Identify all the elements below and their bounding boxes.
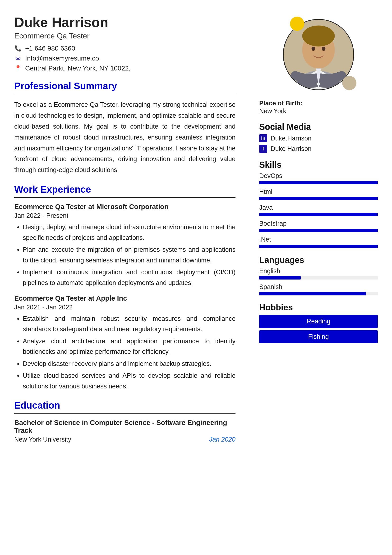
phone-value: +1 646 980 6360	[25, 45, 75, 52]
email-contact: ✉ Info@makemyresume.co	[14, 55, 235, 62]
phone-icon: 📞	[14, 45, 22, 52]
edu-date: Jan 2020	[209, 436, 235, 443]
skill-html: Html	[259, 188, 378, 200]
social-media-title: Social Media	[259, 122, 378, 132]
phone-contact: 📞 +1 646 980 6360	[14, 45, 235, 52]
photo-container	[281, 17, 356, 93]
candidate-name: Duke Harrison	[14, 14, 235, 30]
skill-java: Java	[259, 204, 378, 216]
place-of-birth-value: New York	[259, 108, 378, 115]
work-job-2: Ecommerce Qa Tester at Apple Inc Jan 202…	[14, 294, 235, 392]
lang-english-name: English	[259, 267, 378, 275]
skills-title: Skills	[259, 160, 378, 170]
svg-point-6	[322, 47, 326, 51]
job-1-bullet-3: Implement continuous integration and con…	[23, 267, 235, 288]
hobbies-title: Hobbies	[259, 303, 378, 313]
candidate-job-title: Ecommerce Qa Tester	[14, 32, 235, 40]
skill-dotnet-name: .Net	[259, 236, 378, 243]
language-spanish: Spanish	[259, 283, 378, 295]
place-of-birth-label: Place of Birth:	[259, 100, 378, 107]
skill-devops-name: DevOps	[259, 172, 378, 180]
skill-java-name: Java	[259, 204, 378, 212]
lang-spanish-bar	[259, 292, 378, 295]
lang-spanish-fill	[259, 292, 366, 295]
professional-summary-title: Professional Summary	[14, 81, 235, 91]
email-value: Info@makemyresume.co	[25, 55, 99, 62]
job-2-dates: Jan 2021 - Jan 2022	[14, 304, 235, 311]
job-2-bullets: Establish and maintain robust security m…	[23, 314, 235, 392]
languages-title: Languages	[259, 255, 378, 265]
skill-html-name: Html	[259, 188, 378, 196]
work-divider	[14, 197, 235, 198]
job-2-bullet-3: Develop disaster recovery plans and impl…	[23, 358, 235, 369]
skill-bootstrap-bar	[259, 229, 378, 232]
lang-english-fill	[259, 276, 301, 279]
resume-page: Duke Harrison Ecommerce Qa Tester 📞 +1 6…	[0, 0, 392, 555]
summary-divider	[14, 94, 235, 94]
hobby-fishing: Fishing	[259, 330, 378, 343]
lang-spanish-name: Spanish	[259, 283, 378, 291]
gray-dot-decoration	[342, 76, 356, 90]
edu-row: New York University Jan 2020	[14, 436, 235, 443]
job-2-bullet-1: Establish and maintain robust security m…	[23, 314, 235, 335]
skill-devops: DevOps	[259, 172, 378, 184]
education-divider	[14, 413, 235, 414]
location-contact: 📍 Central Parkt, New York, NY 10022,	[14, 65, 235, 72]
job-1-bullet-1: Design, deploy, and manage cloud infrast…	[23, 222, 235, 243]
skill-bootstrap-name: Bootstrap	[259, 220, 378, 227]
skill-devops-bar	[259, 181, 378, 184]
skill-html-bar	[259, 197, 378, 200]
linkedin-handle: Duke.Harrison	[271, 135, 312, 142]
edu-degree: Bachelor of Science in Computer Science …	[14, 419, 235, 434]
edu-school: New York University	[14, 436, 71, 443]
social-facebook: f Duke Harrison	[259, 145, 378, 153]
svg-point-5	[312, 47, 315, 51]
work-experience-title: Work Experience	[14, 184, 235, 195]
social-linkedin: in Duke.Harrison	[259, 134, 378, 142]
left-column: Duke Harrison Ecommerce Qa Tester 📞 +1 6…	[14, 14, 245, 541]
skill-java-bar	[259, 213, 378, 216]
skill-bootstrap: Bootstrap	[259, 220, 378, 232]
skill-dotnet: .Net	[259, 236, 378, 248]
right-column: Place of Birth: New York Social Media in…	[259, 14, 378, 541]
job-1-bullets: Design, deploy, and manage cloud infrast…	[23, 222, 235, 288]
job-1-bullet-2: Plan and execute the migration of on-pre…	[23, 244, 235, 265]
job-1-title: Ecommerce Qa Tester at Microsoft Corpora…	[14, 203, 235, 211]
job-2-bullet-4: Utilize cloud-based services and APIs to…	[23, 370, 235, 392]
hobby-reading: Reading	[259, 315, 378, 328]
location-icon: 📍	[14, 65, 22, 72]
work-job-1: Ecommerce Qa Tester at Microsoft Corpora…	[14, 203, 235, 288]
email-icon: ✉	[14, 55, 22, 62]
svg-point-4	[302, 26, 335, 46]
skill-dotnet-bar	[259, 245, 378, 248]
job-2-title: Ecommerce Qa Tester at Apple Inc	[14, 294, 235, 302]
facebook-handle: Duke Harrison	[271, 145, 312, 153]
contact-info: 📞 +1 646 980 6360 ✉ Info@makemyresume.co…	[14, 45, 235, 72]
job-2-bullet-2: Analyze cloud architecture and applicati…	[23, 336, 235, 357]
job-1-dates: Jan 2022 - Present	[14, 212, 235, 219]
education-title: Education	[14, 400, 235, 411]
lang-english-bar	[259, 276, 378, 279]
yellow-dot-decoration	[290, 17, 304, 31]
language-english: English	[259, 267, 378, 279]
summary-text: To excel as a Ecommerce Qa Tester, lever…	[14, 99, 235, 175]
place-of-birth-section: Place of Birth: New York	[259, 100, 378, 115]
location-value: Central Parkt, New York, NY 10022,	[25, 65, 131, 72]
linkedin-icon: in	[259, 134, 267, 142]
facebook-icon: f	[259, 145, 267, 153]
